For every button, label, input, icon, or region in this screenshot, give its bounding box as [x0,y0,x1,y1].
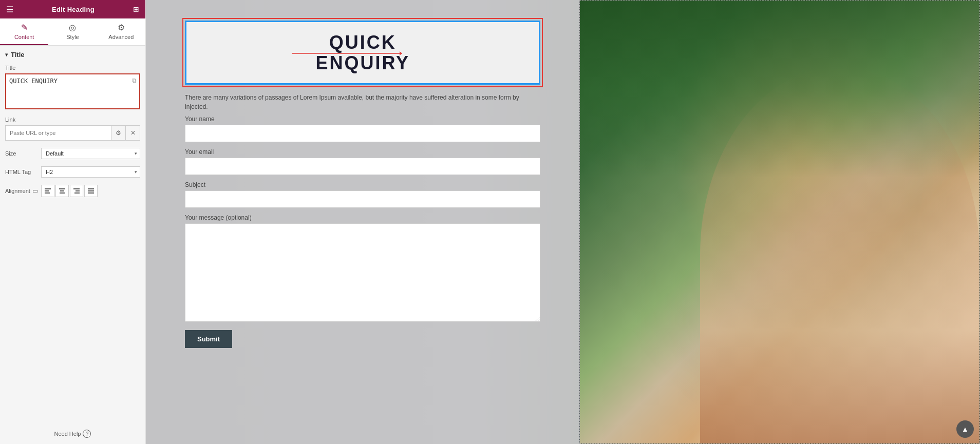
svg-rect-10 [88,190,94,191]
textarea-copy-icon[interactable]: ⧉ [132,77,137,84]
need-help-label: Need Help [54,431,81,437]
content-tab-icon: ✎ [21,23,28,32]
html-tag-select[interactable]: H1 H2 H3 H4 H5 H6 div span p [41,166,140,178]
subject-field-group: Subject [185,181,540,214]
svg-rect-8 [74,192,80,194]
hamburger-icon[interactable]: ☰ [6,5,13,14]
link-input[interactable] [6,127,111,139]
photo-area [579,0,980,444]
alignment-control: Alignment ▭ [5,185,140,197]
title-textarea[interactable]: QUICK ENQUIRY [9,78,136,103]
size-label: Size [5,150,41,157]
content-tab-label: Content [14,34,34,40]
submit-button[interactable]: Submit [185,330,232,348]
email-field-group: Your email [185,148,540,181]
email-field-label: Your email [185,148,540,156]
plants-bg [580,1,979,178]
panel-title: Edit Heading [52,6,95,13]
size-select-wrapper: Default Small Medium Large XL XXL ▾ [41,148,140,159]
enquiry-form: Your name Your email Subject Your messag… [185,115,540,358]
svg-rect-6 [73,188,80,189]
tab-advanced[interactable]: ⚙ Advanced [97,18,145,45]
align-right-button[interactable] [70,185,83,197]
size-control: Size Default Small Medium Large XL XXL ▾ [5,148,140,159]
svg-rect-7 [76,190,80,191]
svg-rect-3 [59,188,65,189]
align-justify-button[interactable] [84,185,98,197]
subject-input[interactable] [185,190,540,208]
name-input[interactable] [185,125,540,142]
help-icon[interactable]: ? [83,430,91,438]
link-form-group: Link ⚙ ✕ [5,117,140,141]
alignment-monitor-icon: ▭ [32,187,38,195]
heading-box: QUICK ENQUIRY [185,21,540,85]
grid-icon[interactable]: ⊞ [133,5,139,13]
svg-rect-5 [60,192,65,194]
message-field-group: Your message (optional) [185,214,540,330]
alignment-buttons [41,185,98,197]
name-field-label: Your name [185,115,540,123]
title-textarea-wrapper: QUICK ENQUIRY ⧉ [5,73,140,109]
style-tab-icon: ◎ [69,23,76,32]
link-delete-button[interactable]: ✕ [125,126,140,140]
align-center-button[interactable] [55,185,69,197]
subject-field-label: Subject [185,181,540,188]
style-tab-label: Style [66,34,79,40]
svg-rect-9 [88,188,94,189]
title-form-group: Title QUICK ENQUIRY ⧉ [5,65,140,109]
content-area: QUICK ENQUIRY There are many variations … [146,0,579,444]
svg-rect-0 [45,188,51,189]
panel-content: ▾ Title Title QUICK ENQUIRY ⧉ Link ⚙ ✕ S… [0,46,145,423]
link-label: Link [5,117,140,123]
link-input-wrapper: ⚙ ✕ [5,125,140,141]
section-title-label: Title [11,51,25,59]
message-field-label: Your message (optional) [185,214,540,221]
need-help-section: Need Help ? [0,423,145,444]
html-tag-select-wrapper: H1 H2 H3 H4 H5 H6 div span p ▾ [41,166,140,178]
description-text: There are many variations of passages of… [185,93,540,111]
email-input[interactable] [185,158,540,175]
panel-tabs: ✎ Content ◎ Style ⚙ Advanced [0,18,145,46]
scroll-top-button[interactable]: ▲ [956,420,974,438]
left-panel: ☰ Edit Heading ⊞ ✎ Content ◎ Style ⚙ Adv… [0,0,146,444]
align-left-button[interactable] [41,185,54,197]
section-arrow-icon: ▾ [5,52,8,57]
html-tag-label: HTML Tag [5,169,41,175]
tab-style[interactable]: ◎ Style [48,18,97,45]
heading-text: QUICK ENQUIRY [202,32,523,73]
advanced-tab-icon: ⚙ [118,23,125,32]
name-field-group: Your name [185,115,540,148]
advanced-tab-label: Advanced [108,34,134,40]
size-select[interactable]: Default Small Medium Large XL XXL [41,148,140,159]
alignment-label: Alignment ▭ [5,187,41,195]
section-title-header[interactable]: ▾ Title [5,51,140,59]
html-tag-control: HTML Tag H1 H2 H3 H4 H5 H6 div span p ▾ [5,166,140,178]
panel-resizer[interactable] [977,0,980,444]
main-canvas: QUICK ENQUIRY There are many variations … [146,0,980,444]
panel-header: ☰ Edit Heading ⊞ [0,0,145,18]
svg-rect-1 [45,190,49,191]
tab-content[interactable]: ✎ Content [0,18,48,45]
svg-rect-11 [88,192,94,194]
message-textarea[interactable] [185,223,540,322]
title-label: Title [5,65,140,71]
svg-rect-4 [60,190,64,191]
link-settings-button[interactable]: ⚙ [111,126,125,140]
svg-rect-2 [45,192,50,194]
